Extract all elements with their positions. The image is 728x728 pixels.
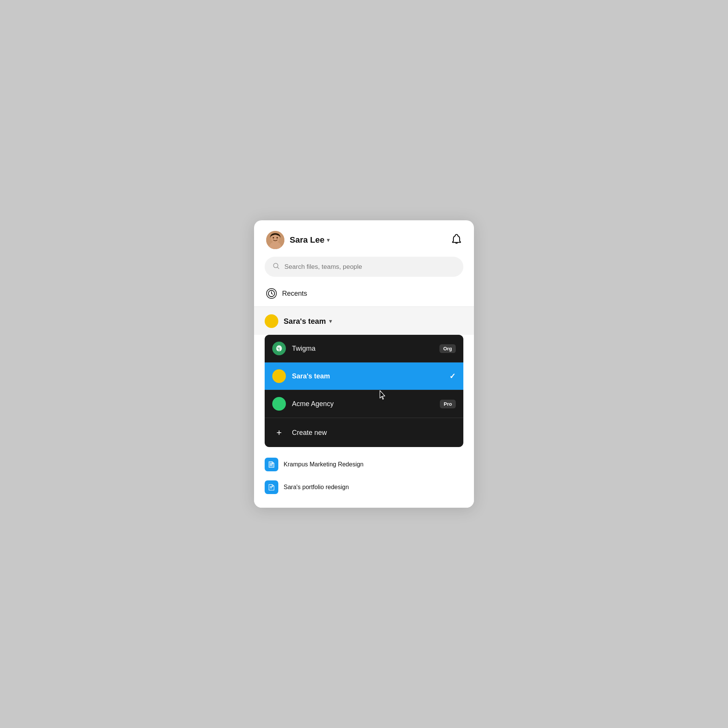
svg-point-4 (276, 237, 278, 238)
user-name-button[interactable]: Sara Lee ▾ (290, 235, 329, 245)
team-name-text: Sara's team (284, 317, 326, 326)
twigma-badge: Org (439, 344, 456, 353)
notification-bell-icon[interactable] (451, 234, 462, 246)
dropdown-item-acme[interactable]: Acme Agency Pro (265, 390, 463, 418)
header-left: Sara Lee ▾ (266, 231, 329, 249)
team-dropdown: Twigma Org Sara's team ✓ Acme Agency Pro… (265, 335, 463, 447)
selected-checkmark-icon: ✓ (449, 372, 456, 381)
acme-icon (272, 397, 286, 411)
acme-label: Acme Agency (292, 400, 434, 408)
avatar[interactable] (266, 231, 284, 249)
saras-team-icon (272, 369, 286, 383)
user-name-text: Sara Lee (290, 235, 325, 245)
avatar-image (266, 231, 284, 249)
svg-point-1 (271, 234, 279, 243)
dropdown-item-twigma[interactable]: Twigma Org (265, 335, 463, 362)
create-new-button[interactable]: + Create new (265, 418, 463, 447)
main-card: Sara Lee ▾ (254, 220, 474, 508)
twigma-label: Twigma (292, 345, 433, 353)
clock-icon (266, 288, 277, 299)
team-name-label: Sara's team ▾ (284, 317, 332, 326)
header: Sara Lee ▾ (254, 220, 474, 257)
search-box[interactable] (265, 257, 463, 277)
search-icon (272, 262, 280, 271)
file-row-1[interactable]: Sara's portfolio redesign (265, 476, 463, 499)
recent-files-list: Krampus Marketing Redesign Sara's portfo… (254, 447, 474, 508)
create-new-label: Create new (292, 429, 327, 437)
search-input[interactable] (284, 263, 456, 271)
team-chevron-icon: ▾ (329, 318, 332, 324)
file-name-0: Krampus Marketing Redesign (284, 461, 364, 468)
dropdown-item-saras-team[interactable]: Sara's team ✓ (265, 362, 463, 390)
svg-point-3 (273, 237, 274, 238)
saras-team-label: Sara's team (292, 372, 443, 380)
recents-row[interactable]: Recents (254, 284, 474, 306)
file-icon-0 (265, 458, 278, 471)
team-dot-icon (265, 314, 278, 328)
team-selector-button[interactable]: Sara's team ▾ (254, 307, 474, 335)
file-row-0[interactable]: Krampus Marketing Redesign (265, 453, 463, 476)
file-name-1: Sara's portfolio redesign (284, 484, 349, 491)
search-container (254, 257, 474, 284)
file-icon-1 (265, 480, 278, 494)
plus-icon: + (272, 426, 286, 439)
user-name-chevron: ▾ (327, 237, 329, 243)
recents-label: Recents (282, 290, 307, 298)
twigma-icon (272, 342, 286, 355)
acme-badge: Pro (440, 400, 456, 408)
